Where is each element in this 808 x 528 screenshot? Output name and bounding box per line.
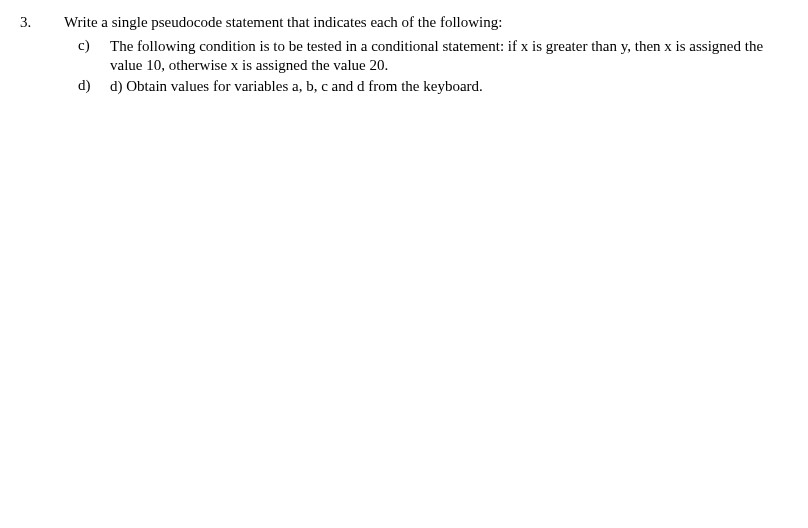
question-container: 3. Write a single pseudocode statement t… [20,14,778,97]
question-title: Write a single pseudocode statement that… [64,14,778,31]
question-body: Write a single pseudocode statement that… [64,14,778,97]
sub-text-c: The following condition is to be tested … [110,37,778,75]
sub-item-c: c) The following condition is to be test… [78,37,778,75]
question-number: 3. [20,14,64,31]
sub-list: c) The following condition is to be test… [64,37,778,95]
sub-item-d: d) d) Obtain values for variables a, b, … [78,77,778,96]
sub-label-d: d) [78,77,110,94]
sub-label-c: c) [78,37,110,54]
sub-text-d: d) Obtain values for variables a, b, c a… [110,77,778,96]
